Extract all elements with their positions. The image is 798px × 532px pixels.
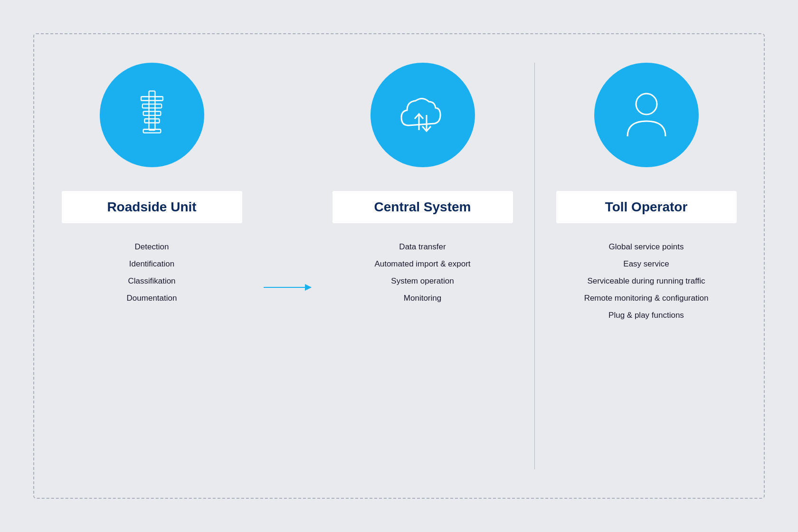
roadside-unit-icon-circle (100, 63, 204, 167)
column-central-system: Central System Data transfer Automated i… (332, 63, 513, 469)
antenna-icon (126, 89, 178, 141)
arrow-1 (259, 105, 316, 469)
toll-operator-icon-circle (594, 63, 699, 167)
roadside-unit-label-box: Roadside Unit (62, 191, 242, 223)
toll-operator-label-box: Toll Operator (556, 191, 737, 223)
arrow-line-1 (264, 287, 311, 288)
roadside-unit-title: Roadside Unit (77, 200, 227, 215)
diagram-container: Roadside Unit Detection Identification C… (33, 33, 765, 499)
column-roadside-unit: Roadside Unit Detection Identification C… (62, 63, 242, 469)
central-system-icon-circle (370, 63, 475, 167)
central-system-features: Data transfer Automated import & export … (374, 242, 470, 303)
svg-rect-2 (142, 104, 161, 108)
feature-data-transfer: Data transfer (374, 242, 470, 252)
feature-global-service: Global service points (584, 242, 709, 252)
central-system-title: Central System (348, 200, 498, 215)
toll-operator-title: Toll Operator (571, 200, 722, 215)
svg-rect-3 (143, 112, 161, 115)
feature-system-operation: System operation (374, 276, 470, 286)
feature-doumentation: Doumentation (127, 294, 177, 303)
svg-rect-1 (141, 97, 163, 101)
roadside-unit-features: Detection Identification Classifikation … (127, 242, 177, 303)
feature-detection: Detection (127, 242, 177, 252)
feature-classifikation: Classifikation (127, 276, 177, 286)
svg-point-8 (636, 94, 657, 114)
feature-identification: Identification (127, 259, 177, 269)
central-system-label-box: Central System (332, 191, 513, 223)
toll-operator-features: Global service points Easy service Servi… (584, 242, 709, 320)
feature-monitoring: Monitoring (374, 294, 470, 303)
person-icon (620, 89, 673, 141)
feature-remote-monitoring: Remote monitoring & configuration (584, 294, 709, 303)
column-toll-operator: Toll Operator Global service points Easy… (556, 63, 737, 469)
cloud-icon (397, 89, 449, 141)
feature-easy-service: Easy service (584, 259, 709, 269)
vertical-divider (534, 63, 535, 469)
feature-serviceable-traffic: Serviceable during running traffic (584, 276, 709, 286)
feature-plug-play: Plug & play functions (584, 311, 709, 320)
svg-rect-5 (143, 129, 161, 133)
svg-rect-4 (144, 119, 159, 123)
feature-automated-import: Automated import & export (374, 259, 470, 269)
